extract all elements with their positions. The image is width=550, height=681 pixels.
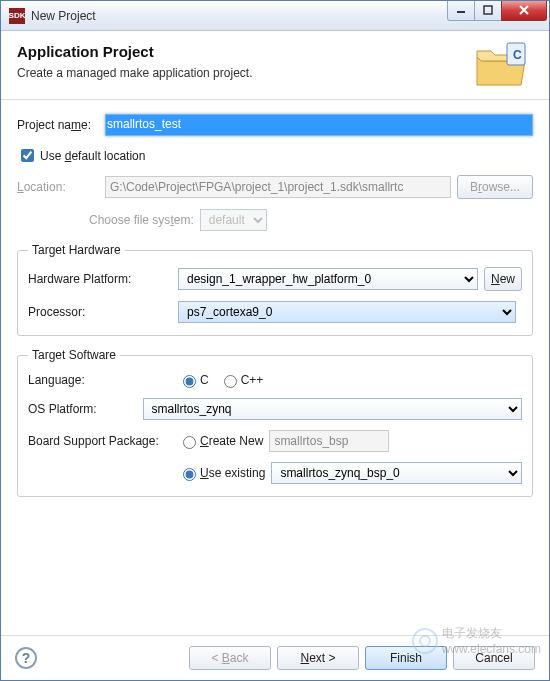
svg-rect-1 <box>484 6 492 14</box>
lang-c-label: C <box>200 373 209 387</box>
language-label: Language: <box>28 373 178 387</box>
dialog-window: SDK New Project Application Project Crea… <box>0 0 550 681</box>
svg-point-4 <box>420 636 430 646</box>
choose-fs-label: Choose file system: <box>89 213 194 227</box>
location-input <box>105 176 451 198</box>
project-name-input[interactable]: smallrtos_test <box>105 114 533 136</box>
bsp-label: Board Support Package: <box>28 434 178 448</box>
header-title: Application Project <box>17 43 477 60</box>
bsp-existing-label: Use existing <box>200 466 265 480</box>
help-button[interactable]: ? <box>15 647 37 669</box>
bsp-create-radio[interactable] <box>183 436 196 449</box>
bsp-existing-radio[interactable] <box>183 468 196 481</box>
header-folder-icon: C <box>477 41 533 89</box>
header-subtitle: Create a managed make application projec… <box>17 66 477 80</box>
minimize-button[interactable] <box>447 1 475 21</box>
back-button: < Back <box>189 646 271 670</box>
titlebar[interactable]: SDK New Project <box>1 1 549 31</box>
use-default-checkbox[interactable] <box>21 149 34 162</box>
hardware-platform-select[interactable]: design_1_wrapper_hw_platform_0 <box>178 268 478 290</box>
watermark: 电子发烧友 www.elecfans.com <box>412 625 541 656</box>
next-button[interactable]: Next > <box>277 646 359 670</box>
dialog-content: Project name: smallrtos_test Use default… <box>1 100 549 635</box>
hardware-platform-label: Hardware Platform: <box>28 272 178 286</box>
dialog-footer: ? < Back Next > Finish Cancel 电子发烧友 www.… <box>1 635 549 680</box>
svg-text:C: C <box>513 48 522 62</box>
new-hw-button[interactable]: New <box>484 267 522 291</box>
lang-c-radio[interactable] <box>183 375 196 388</box>
bsp-existing-select[interactable]: smallrtos_zynq_bsp_0 <box>271 462 522 484</box>
processor-select[interactable]: ps7_cortexa9_0 <box>178 301 516 323</box>
os-platform-label: OS Platform: <box>28 402 143 416</box>
bsp-create-input <box>269 430 389 452</box>
bsp-create-label: Create New <box>200 434 263 448</box>
target-software-legend: Target Software <box>28 348 120 362</box>
app-icon: SDK <box>9 8 25 24</box>
lang-cpp-label: C++ <box>241 373 264 387</box>
lang-cpp-radio[interactable] <box>224 375 237 388</box>
window-title: New Project <box>31 9 448 23</box>
browse-button: Browse... <box>457 175 533 199</box>
target-hardware-legend: Target Hardware <box>28 243 125 257</box>
file-system-select: default <box>200 209 267 231</box>
target-software-group: Target Software Language: C C++ OS Platf… <box>17 348 533 497</box>
processor-label: Processor: <box>28 305 178 319</box>
maximize-button[interactable] <box>474 1 502 21</box>
project-name-label: Project name: <box>17 118 105 132</box>
dialog-header: Application Project Create a managed mak… <box>1 31 549 100</box>
location-label: Location: <box>17 180 105 194</box>
target-hardware-group: Target Hardware Hardware Platform: desig… <box>17 243 533 336</box>
os-platform-select[interactable]: smallrtos_zynq <box>143 398 522 420</box>
close-button[interactable] <box>501 1 547 21</box>
use-default-label: Use default location <box>40 149 145 163</box>
